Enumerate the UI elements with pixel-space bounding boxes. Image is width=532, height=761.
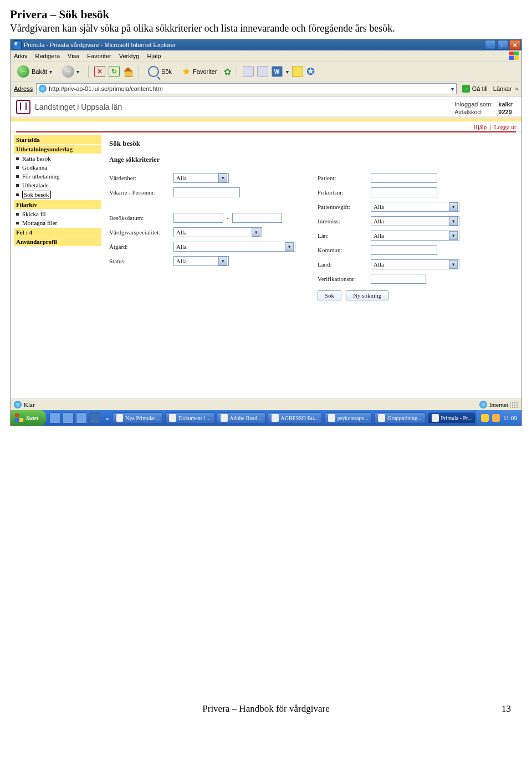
- inremiss-select[interactable]: Alla▾: [371, 216, 459, 226]
- sidebar-item-utbetalade[interactable]: Utbetalade: [14, 181, 101, 190]
- land-select[interactable]: Alla▾: [371, 259, 459, 269]
- search-label: Sök: [161, 68, 172, 75]
- window-title: Primula - Privata vårdgivare - Microsoft…: [24, 42, 176, 48]
- menu-arkiv[interactable]: Arkiv: [14, 53, 27, 59]
- mail-icon[interactable]: [243, 66, 254, 77]
- sidebar-item-startsida[interactable]: Startsida: [14, 135, 101, 144]
- sidebar-item-sokbesok[interactable]: Sök besök: [14, 190, 101, 200]
- task-button[interactable]: psykoterape...: [324, 412, 372, 423]
- menu-redigera[interactable]: Redigera: [35, 53, 60, 59]
- word-icon[interactable]: W: [272, 66, 283, 77]
- screenshot: Primula - Privata vårdgivare - Microsoft…: [10, 39, 522, 426]
- go-button[interactable]: → Gå till: [460, 84, 490, 93]
- clock: 11:09: [503, 415, 517, 421]
- task-button[interactable]: Nya Primula/...: [112, 412, 163, 423]
- address-label: Adress: [14, 85, 33, 92]
- search-button[interactable]: Sök: [318, 290, 341, 300]
- patient-input[interactable]: [371, 173, 437, 183]
- sidebar-item-ratta[interactable]: Rätta besök: [14, 154, 101, 163]
- sidebar-item-godkanna[interactable]: Godkänna: [14, 163, 101, 172]
- verif-input[interactable]: [371, 274, 426, 284]
- task-icon: [169, 414, 176, 422]
- sidebar: Startsida Utbetalningsunderlag Rätta bes…: [11, 132, 101, 399]
- task-button[interactable]: AGRESSO Bu...: [268, 412, 322, 423]
- minimize-button[interactable]: _: [485, 40, 496, 50]
- sidebar-item-mottagna[interactable]: Mottagna filer: [14, 218, 101, 227]
- status-select[interactable]: Alla▾: [173, 256, 229, 266]
- avgift-select[interactable]: Alla▾: [371, 202, 459, 212]
- maximize-button[interactable]: □: [497, 40, 508, 50]
- quicklaunch-icon[interactable]: [89, 412, 100, 423]
- task-button-active[interactable]: Primula - Pr...: [428, 412, 476, 423]
- frikort-input[interactable]: [371, 187, 437, 197]
- specialitet-label: Vårdgivarspecialitet:: [109, 229, 173, 236]
- close-button[interactable]: ✕: [509, 40, 520, 50]
- select-value: Alla: [176, 229, 187, 236]
- specialitet-select[interactable]: Alla▾: [173, 227, 262, 237]
- lan-label: Län:: [318, 232, 371, 239]
- quicklaunch-icon[interactable]: [76, 412, 87, 423]
- doc-subtitle: Vårdgivaren kan själv söka på olika sökk…: [10, 23, 522, 34]
- links-chevron-icon[interactable]: »: [515, 86, 518, 92]
- menu-verktyg[interactable]: Verktyg: [119, 53, 140, 59]
- favorites-button[interactable]: ★ Favoriter: [178, 65, 220, 78]
- new-search-button[interactable]: Ny sökning: [346, 290, 388, 300]
- chevron-down-icon: ▾: [218, 173, 227, 182]
- forward-button[interactable]: → ▾: [59, 64, 83, 79]
- atgard-select[interactable]: Alla▾: [173, 242, 295, 252]
- logged-label: Inloggad som:: [452, 101, 495, 108]
- bullet-icon: [16, 193, 19, 196]
- links-label[interactable]: Länkar: [493, 85, 512, 92]
- sidebar-item-filarkiv[interactable]: Filarkiv: [14, 200, 101, 209]
- history-icon[interactable]: ✿: [224, 67, 231, 77]
- menu-visa[interactable]: Visa: [68, 53, 79, 59]
- kommun-input[interactable]: [371, 245, 437, 255]
- print-icon[interactable]: [257, 66, 268, 77]
- star-icon: ★: [182, 67, 191, 76]
- date-from-input[interactable]: [173, 213, 223, 223]
- messenger-icon[interactable]: ✪: [306, 65, 315, 78]
- page-title: Sök besök: [109, 139, 514, 148]
- taskbar: Start » Nya Primula/... Dokument i ... A…: [11, 410, 521, 426]
- address-dropdown-icon[interactable]: ▾: [451, 86, 454, 92]
- vardenhet-select[interactable]: Alla▾: [173, 173, 229, 183]
- refresh-icon[interactable]: ↻: [109, 66, 120, 77]
- menu-favoriter[interactable]: Favoriter: [87, 53, 111, 59]
- task-icon: [272, 414, 279, 422]
- help-link[interactable]: Hjälp: [473, 124, 487, 130]
- go-arrow-icon: →: [462, 85, 470, 93]
- task-button[interactable]: Adobe Read...: [217, 412, 265, 423]
- sidebar-item-profil[interactable]: Användarprofil: [14, 237, 101, 246]
- back-button[interactable]: ← Bakåt ▾: [14, 64, 55, 79]
- tray-icon[interactable]: [492, 414, 500, 422]
- ie-icon: [13, 40, 22, 49]
- land-label: Land:: [318, 261, 371, 268]
- start-button[interactable]: Start: [11, 410, 46, 426]
- chevron-down-icon[interactable]: ▾: [286, 69, 289, 75]
- sidebar-item-fel[interactable]: Fel : 4: [14, 228, 101, 237]
- quicklaunch-expand[interactable]: »: [104, 415, 111, 421]
- address-input[interactable]: http://priv-ap-01.lul.se/primula/content…: [36, 83, 456, 94]
- date-separator: -: [227, 214, 229, 221]
- quicklaunch-icon[interactable]: [63, 412, 74, 423]
- lan-select[interactable]: Alla▾: [371, 231, 459, 241]
- select-value: Alla: [176, 258, 187, 264]
- menu-hjalp[interactable]: Hjälp: [147, 53, 161, 59]
- task-button[interactable]: Dokument i ...: [165, 412, 214, 423]
- vikarie-input[interactable]: [173, 187, 240, 197]
- search-button[interactable]: Sök: [145, 65, 175, 78]
- vardenhet-label: Vårdenhet:: [109, 175, 173, 181]
- select-value: Alla: [374, 261, 384, 268]
- sidebar-item-skicka[interactable]: Skicka fil: [14, 210, 101, 218]
- sidebar-label: Utbetalade: [22, 182, 49, 188]
- sidebar-item-utbetalningsunderlag[interactable]: Utbetalningsunderlag: [14, 145, 101, 154]
- home-icon[interactable]: [123, 67, 133, 76]
- logout-link[interactable]: Logga ut: [494, 124, 516, 130]
- stop-icon[interactable]: ✕: [94, 66, 105, 77]
- sidebar-item-forutbetalning[interactable]: För utbetalning: [14, 172, 101, 181]
- task-button[interactable]: Gruppträning...: [374, 412, 425, 423]
- note-icon[interactable]: [292, 66, 303, 77]
- date-to-input[interactable]: [232, 213, 282, 223]
- tray-icon[interactable]: [481, 414, 489, 422]
- quicklaunch-icon[interactable]: [49, 412, 60, 423]
